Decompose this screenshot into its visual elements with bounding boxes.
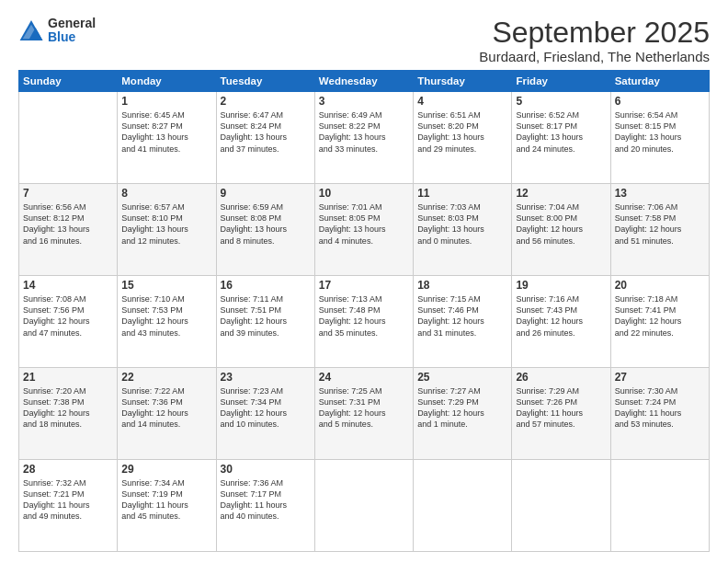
day-number: 23 — [221, 371, 311, 384]
calendar-header-row: Sunday Monday Tuesday Wednesday Thursday… — [19, 71, 710, 92]
day-content: Sunrise: 7:25 AMSunset: 7:31 PMDaylight:… — [319, 385, 409, 431]
day-content: Sunrise: 6:57 AMSunset: 8:10 PMDaylight:… — [121, 201, 211, 247]
day-number: 30 — [221, 463, 311, 476]
table-row — [414, 460, 512, 552]
day-number: 26 — [516, 371, 606, 384]
day-number: 7 — [23, 187, 113, 200]
day-number: 13 — [615, 187, 705, 200]
logo-text: General Blue — [48, 17, 96, 45]
logo: General Blue — [18, 17, 96, 45]
day-number: 2 — [221, 95, 311, 108]
day-content: Sunrise: 6:56 AMSunset: 8:12 PMDaylight:… — [23, 201, 113, 247]
day-content: Sunrise: 7:11 AMSunset: 7:51 PMDaylight:… — [221, 293, 311, 339]
table-row: 16Sunrise: 7:11 AMSunset: 7:51 PMDayligh… — [216, 276, 314, 368]
header-sunday: Sunday — [19, 71, 118, 92]
day-content: Sunrise: 7:15 AMSunset: 7:46 PMDaylight:… — [417, 293, 507, 339]
day-content: Sunrise: 6:59 AMSunset: 8:08 PMDaylight:… — [221, 201, 311, 247]
table-row: 7Sunrise: 6:56 AMSunset: 8:12 PMDaylight… — [19, 184, 118, 276]
header-thursday: Thursday — [414, 71, 512, 92]
day-content: Sunrise: 7:32 AMSunset: 7:21 PMDaylight:… — [23, 477, 113, 523]
table-row: 4Sunrise: 6:51 AMSunset: 8:20 PMDaylight… — [414, 92, 512, 184]
day-number: 9 — [221, 187, 311, 200]
day-content: Sunrise: 6:52 AMSunset: 8:17 PMDaylight:… — [516, 109, 606, 155]
day-number: 21 — [23, 371, 113, 384]
day-number: 22 — [121, 371, 211, 384]
logo-blue-text: Blue — [48, 30, 96, 44]
table-row: 30Sunrise: 7:36 AMSunset: 7:17 PMDayligh… — [216, 460, 314, 552]
table-row: 5Sunrise: 6:52 AMSunset: 8:17 PMDaylight… — [512, 92, 610, 184]
table-row: 19Sunrise: 7:16 AMSunset: 7:43 PMDayligh… — [512, 276, 610, 368]
table-row: 6Sunrise: 6:54 AMSunset: 8:15 PMDaylight… — [610, 92, 709, 184]
day-content: Sunrise: 6:54 AMSunset: 8:15 PMDaylight:… — [615, 109, 705, 155]
title-block: September 2025 Burdaard, Friesland, The … — [479, 17, 710, 64]
day-number: 10 — [319, 187, 409, 200]
table-row: 28Sunrise: 7:32 AMSunset: 7:21 PMDayligh… — [19, 460, 118, 552]
month-title: September 2025 — [479, 17, 710, 49]
calendar-week-row: 1Sunrise: 6:45 AMSunset: 8:27 PMDaylight… — [19, 92, 710, 184]
day-number: 18 — [417, 279, 507, 292]
day-number: 16 — [221, 279, 311, 292]
day-content: Sunrise: 7:06 AMSunset: 7:58 PMDaylight:… — [615, 201, 705, 247]
calendar-week-row: 21Sunrise: 7:20 AMSunset: 7:38 PMDayligh… — [19, 368, 710, 460]
location: Burdaard, Friesland, The Netherlands — [479, 49, 710, 64]
day-number: 24 — [319, 371, 409, 384]
day-number: 6 — [615, 95, 705, 108]
logo-icon — [18, 17, 44, 43]
day-number: 29 — [121, 463, 211, 476]
table-row: 9Sunrise: 6:59 AMSunset: 8:08 PMDaylight… — [216, 184, 314, 276]
day-content: Sunrise: 7:13 AMSunset: 7:48 PMDaylight:… — [319, 293, 409, 339]
day-content: Sunrise: 6:49 AMSunset: 8:22 PMDaylight:… — [319, 109, 409, 155]
day-content: Sunrise: 6:51 AMSunset: 8:20 PMDaylight:… — [417, 109, 507, 155]
header-wednesday: Wednesday — [314, 71, 413, 92]
calendar-week-row: 14Sunrise: 7:08 AMSunset: 7:56 PMDayligh… — [19, 276, 710, 368]
day-content: Sunrise: 7:04 AMSunset: 8:00 PMDaylight:… — [516, 201, 606, 247]
day-content: Sunrise: 7:10 AMSunset: 7:53 PMDaylight:… — [121, 293, 211, 339]
day-number: 4 — [417, 95, 507, 108]
table-row: 10Sunrise: 7:01 AMSunset: 8:05 PMDayligh… — [314, 184, 413, 276]
day-content: Sunrise: 7:18 AMSunset: 7:41 PMDaylight:… — [615, 293, 705, 339]
day-number: 12 — [516, 187, 606, 200]
table-row: 26Sunrise: 7:29 AMSunset: 7:26 PMDayligh… — [512, 368, 610, 460]
day-number: 14 — [23, 279, 113, 292]
table-row: 17Sunrise: 7:13 AMSunset: 7:48 PMDayligh… — [314, 276, 413, 368]
day-number: 5 — [516, 95, 606, 108]
table-row — [314, 460, 413, 552]
day-content: Sunrise: 7:27 AMSunset: 7:29 PMDaylight:… — [417, 385, 507, 431]
calendar-week-row: 28Sunrise: 7:32 AMSunset: 7:21 PMDayligh… — [19, 460, 710, 552]
day-content: Sunrise: 7:16 AMSunset: 7:43 PMDaylight:… — [516, 293, 606, 339]
day-content: Sunrise: 6:45 AMSunset: 8:27 PMDaylight:… — [121, 109, 211, 155]
day-content: Sunrise: 7:34 AMSunset: 7:19 PMDaylight:… — [121, 477, 211, 523]
day-content: Sunrise: 7:36 AMSunset: 7:17 PMDaylight:… — [221, 477, 311, 523]
table-row: 18Sunrise: 7:15 AMSunset: 7:46 PMDayligh… — [414, 276, 512, 368]
table-row: 13Sunrise: 7:06 AMSunset: 7:58 PMDayligh… — [610, 184, 709, 276]
day-number: 25 — [417, 371, 507, 384]
header-tuesday: Tuesday — [216, 71, 314, 92]
header-monday: Monday — [118, 71, 216, 92]
day-number: 11 — [417, 187, 507, 200]
day-number: 15 — [121, 279, 211, 292]
table-row: 23Sunrise: 7:23 AMSunset: 7:34 PMDayligh… — [216, 368, 314, 460]
day-number: 17 — [319, 279, 409, 292]
day-number: 20 — [615, 279, 705, 292]
calendar-table: Sunday Monday Tuesday Wednesday Thursday… — [18, 70, 710, 552]
table-row — [610, 460, 709, 552]
day-content: Sunrise: 6:47 AMSunset: 8:24 PMDaylight:… — [221, 109, 311, 155]
calendar-week-row: 7Sunrise: 6:56 AMSunset: 8:12 PMDaylight… — [19, 184, 710, 276]
day-number: 8 — [121, 187, 211, 200]
table-row: 8Sunrise: 6:57 AMSunset: 8:10 PMDaylight… — [118, 184, 216, 276]
day-number: 19 — [516, 279, 606, 292]
table-row: 27Sunrise: 7:30 AMSunset: 7:24 PMDayligh… — [610, 368, 709, 460]
day-content: Sunrise: 7:30 AMSunset: 7:24 PMDaylight:… — [615, 385, 705, 431]
table-row: 22Sunrise: 7:22 AMSunset: 7:36 PMDayligh… — [118, 368, 216, 460]
table-row: 11Sunrise: 7:03 AMSunset: 8:03 PMDayligh… — [414, 184, 512, 276]
table-row: 14Sunrise: 7:08 AMSunset: 7:56 PMDayligh… — [19, 276, 118, 368]
table-row: 12Sunrise: 7:04 AMSunset: 8:00 PMDayligh… — [512, 184, 610, 276]
table-row: 1Sunrise: 6:45 AMSunset: 8:27 PMDaylight… — [118, 92, 216, 184]
table-row: 21Sunrise: 7:20 AMSunset: 7:38 PMDayligh… — [19, 368, 118, 460]
table-row: 2Sunrise: 6:47 AMSunset: 8:24 PMDaylight… — [216, 92, 314, 184]
header-friday: Friday — [512, 71, 610, 92]
table-row: 15Sunrise: 7:10 AMSunset: 7:53 PMDayligh… — [118, 276, 216, 368]
header-saturday: Saturday — [610, 71, 709, 92]
table-row — [512, 460, 610, 552]
page: General Blue September 2025 Burdaard, Fr… — [0, 0, 728, 563]
